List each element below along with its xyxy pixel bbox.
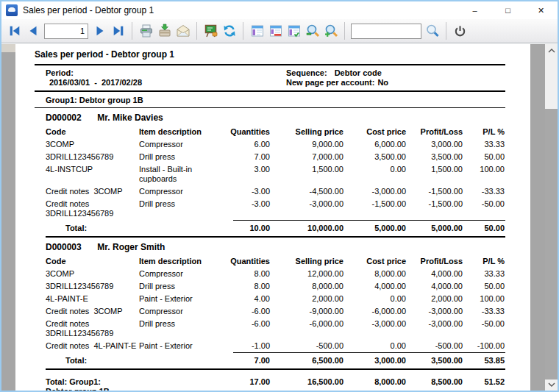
zoom-out-button[interactable] (304, 23, 321, 40)
table-row: 3COMPCompressor6.009,000.006,000.003,000… (35, 138, 505, 151)
report-page: Sales per period - Debtor group 1 Period… (15, 44, 530, 391)
column-header-row: Code Item description Quantities Selling… (35, 124, 505, 138)
group-total-label: Total: Group1: Debtor group 1B (35, 377, 224, 391)
design-mode-button[interactable] (202, 23, 219, 40)
report-layout-icon (250, 24, 265, 38)
debtor-name: Mr. Roger Smith (97, 242, 165, 252)
chalkboard-icon (204, 24, 218, 38)
col-profit-loss: Profit/Loss (406, 127, 463, 137)
preview-margin-left (1, 44, 15, 391)
group-total-row: Total: Group1: Debtor group 1B 17.0016,5… (35, 376, 505, 391)
export-button[interactable] (156, 23, 173, 40)
toolbar-separator (446, 22, 446, 40)
chevron-up-icon (548, 49, 555, 53)
debtor-account: D000002 (46, 113, 95, 123)
table-row: Credit notes 3DRILL123456789Drill press-… (35, 198, 505, 220)
preview-corner (1, 44, 15, 52)
refresh-button[interactable] (221, 23, 238, 40)
report-options-check-icon (287, 24, 302, 38)
chevron-down-icon (548, 382, 555, 387)
col-profit-loss: Profit/Loss (406, 257, 463, 266)
scroll-down-button[interactable] (545, 378, 558, 391)
previous-page-button[interactable] (24, 23, 41, 40)
print-button[interactable] (138, 23, 154, 40)
toolbar-separator (132, 22, 132, 40)
print-icon (139, 24, 154, 38)
table-row: 4L-PAINT-EPaint - Exterior4.002,000.000.… (35, 293, 505, 305)
table-row: Credit notes 3COMPCompressor-6.00-9,000.… (35, 305, 505, 318)
next-page-button[interactable] (91, 23, 108, 40)
report-layout-sections-button[interactable] (267, 23, 284, 40)
minimize-button[interactable]: – (458, 1, 491, 19)
zoom-in-icon (324, 24, 338, 38)
close-button[interactable]: ✕ (524, 1, 558, 19)
vertical-scrollbar[interactable] (545, 44, 558, 391)
report-header-block: Period: 2016/03/01 - 2017/02/28 Sequence… (35, 65, 505, 90)
col-selling-price: Selling price (270, 257, 343, 266)
next-page-icon (93, 24, 107, 38)
report-title: Sales per period - Debtor group 1 (35, 44, 505, 64)
refresh-icon (222, 24, 237, 38)
col-item-description: Item description (139, 127, 224, 137)
email-icon (176, 24, 191, 38)
period-label: Period: (46, 68, 505, 78)
sequence-block: Sequence:Debtor code New page per accoun… (286, 68, 388, 88)
col-code: Code (35, 127, 139, 137)
first-page-icon (8, 24, 21, 38)
debtor-heading: D000002 Mr. Mike Davies (35, 108, 505, 124)
total-label: Total: (35, 356, 139, 366)
search-input[interactable] (351, 24, 421, 39)
email-button[interactable] (174, 23, 191, 40)
app-icon (6, 4, 18, 16)
page-number-input[interactable] (44, 24, 88, 39)
col-quantities: Quantities (224, 127, 270, 137)
period-value: 2016/03/01 - 2017/02/28 (49, 78, 142, 87)
zoom-out-icon (305, 24, 320, 38)
debtor-heading: D000003 Mr. Roger Smith (35, 238, 505, 254)
app-window: Sales per period - Debtor group 1 – □ ✕ (0, 0, 559, 392)
table-row: Credit notes 3COMPCompressor-3.00-4,500.… (35, 185, 505, 198)
preview-margin-right (530, 44, 545, 391)
toolbar-separator (243, 22, 243, 40)
table-row: Credit notes 3DRILL123456789Drill press-… (35, 318, 505, 340)
report-options-button[interactable] (285, 23, 302, 40)
table-row: 3COMPCompressor8.0012,000.008,000.004,00… (35, 268, 505, 280)
maximize-button[interactable]: □ (491, 1, 524, 19)
first-page-button[interactable] (6, 23, 23, 40)
column-header-row: Code Item description Quantities Selling… (35, 254, 505, 268)
exit-button[interactable] (452, 23, 469, 40)
col-quantities: Quantities (224, 257, 270, 266)
power-icon (453, 24, 467, 38)
report-layout-button[interactable] (249, 23, 266, 40)
col-item-description: Item description (139, 257, 224, 266)
col-pl-pct: P/L % (463, 127, 505, 137)
col-pl-pct: P/L % (463, 257, 505, 266)
scroll-up-button[interactable] (545, 44, 558, 57)
search-button[interactable] (424, 23, 441, 40)
toolbar-separator (344, 22, 345, 40)
table-row: Credit notes 4L-PAINT-EPaint - Exterior-… (35, 340, 505, 352)
previous-page-icon (26, 24, 40, 38)
debtor-name: Mr. Mike Davies (97, 113, 163, 123)
table-row: 4L-INSTCUPInstall - Built-in cupboards3.… (35, 163, 505, 185)
debtor-account: D000003 (46, 242, 95, 252)
section-total-row: Total:10.0010,000.005,000.005,000.0050.0… (35, 221, 505, 236)
section-divider (46, 368, 505, 370)
table-row: 3DRILL123456789Drill press7.007,000.003,… (35, 151, 505, 163)
last-page-icon (112, 24, 125, 38)
title-bar: Sales per period - Debtor group 1 – □ ✕ (1, 1, 558, 19)
report-layout-sections-icon (268, 24, 283, 38)
zoom-in-button[interactable] (322, 23, 339, 40)
sequence-value: Debtor code (335, 68, 382, 77)
search-icon (425, 24, 440, 38)
preview-area: Sales per period - Debtor group 1 Period… (1, 44, 558, 391)
col-code: Code (35, 257, 139, 266)
report: Sales per period - Debtor group 1 Period… (35, 44, 505, 391)
col-selling-price: Selling price (270, 127, 343, 137)
scrollbar-thumb[interactable] (545, 109, 558, 379)
total-label: Total: (35, 224, 139, 233)
window-title: Sales per period - Debtor group 1 (23, 5, 154, 15)
toolbar (1, 19, 558, 43)
section-total-row: Total:7.006,500.003,000.003,500.0053.85 (35, 353, 505, 368)
last-page-button[interactable] (110, 23, 127, 40)
